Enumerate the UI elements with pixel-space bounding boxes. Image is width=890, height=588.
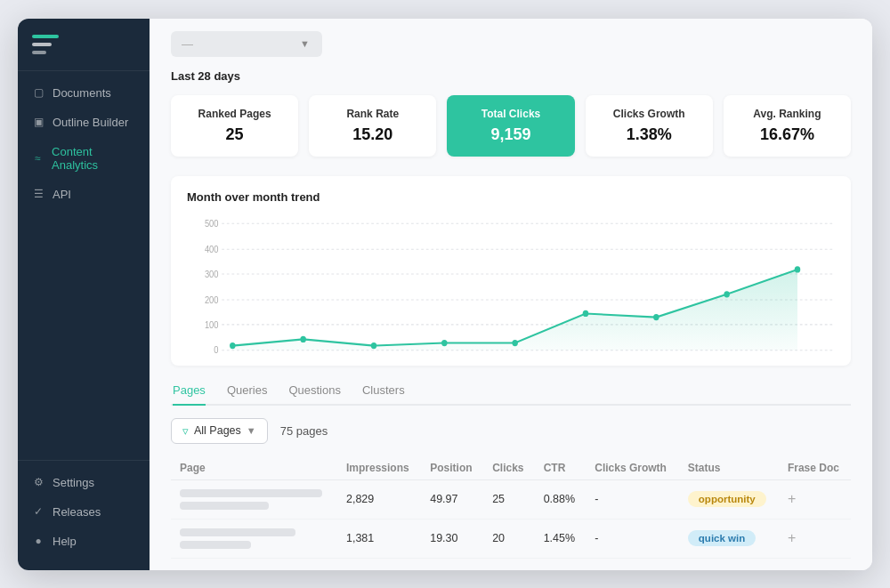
data-table: Page Impressions Position Clicks CTR Cli… [171,456,851,559]
chart-dot [300,335,306,342]
ranked-pages-value: 25 [187,125,282,144]
stat-card-clicks-growth: Clicks Growth 1.38% [586,95,713,157]
ranked-pages-label: Ranked Pages [187,108,282,120]
url-bar-1 [180,489,322,497]
workspace-dropdown[interactable]: — ▼ [171,31,322,57]
releases-icon: ✓ [32,505,44,518]
tab-clusters[interactable]: Clusters [362,383,405,406]
rank-rate-label: Rank Rate [325,108,420,120]
sidebar-item-api[interactable]: ☰ API [18,180,150,209]
content-area: Last 28 days Ranked Pages 25 Rank Rate 1… [150,66,872,570]
clicks-growth-value: 1.38% [602,125,697,144]
outline-icon: ▣ [32,116,44,128]
all-pages-filter[interactable]: ▿ All Pages ▼ [171,418,268,444]
page-url-placeholder [180,528,328,549]
add-frase-doc-button-0[interactable]: + [788,491,796,507]
chart-dot [371,342,377,349]
sidebar-nav: ▢ Documents ▣ Outline Builder ≈ Content … [18,71,150,460]
api-icon: ☰ [32,188,44,200]
help-icon: ● [32,535,44,547]
col-position: Position [421,456,483,480]
add-frase-doc-button-1[interactable]: + [788,530,796,546]
status-cell: quick win [679,519,779,558]
chart-dot [583,310,589,316]
pages-count: 75 pages [280,424,328,438]
period-label: Last 28 days [171,69,851,83]
col-clicks-growth: Clicks Growth [586,456,679,480]
table-header-row: Page Impressions Position Clicks CTR Cli… [171,456,851,480]
svg-rect-0 [32,35,59,38]
total-clicks-value: 9,159 [463,125,558,144]
svg-text:100: 100 [205,319,219,330]
col-impressions: Impressions [337,456,421,480]
url-bar-1 [180,528,295,536]
chart-dot [441,339,448,345]
svg-text:09/20: 09/20 [293,355,314,356]
sidebar-item-help[interactable]: ● Help [18,527,150,556]
position-cell: 19.30 [421,519,483,558]
avg-ranking-label: Avg. Ranking [740,108,835,120]
clicks-growth-cell: - [586,519,679,558]
chart-title: Month over month trend [187,190,835,204]
svg-text:300: 300 [205,269,219,279]
workspace-dropdown-label: — [182,37,295,51]
position-cell: 49.97 [421,479,483,519]
tabs-bar: Pages Queries Questions Clusters [171,383,851,406]
settings-icon: ⚙ [32,476,44,488]
tab-pages[interactable]: Pages [173,383,206,406]
avg-ranking-value: 16.67% [740,125,835,144]
svg-text:400: 400 [205,244,219,254]
col-ctr: CTR [535,456,587,480]
col-clicks: Clicks [483,456,535,480]
sidebar: ▢ Documents ▣ Outline Builder ≈ Content … [18,19,150,570]
col-frase-doc: Frase Doc [779,456,851,480]
tab-questions[interactable]: Questions [288,383,341,406]
frase-doc-cell: + [779,479,851,519]
page-url-placeholder [180,489,328,510]
chart-container: 500 400 300 200 100 0 [187,214,835,357]
page-cell [171,519,337,558]
sidebar-item-settings[interactable]: ⚙ Settings [18,468,150,497]
impressions-cell: 1,381 [337,519,421,558]
clicks-growth-label: Clicks Growth [602,108,697,120]
main-content: — ▼ Last 28 days Ranked Pages 25 Rank Ra… [150,19,872,570]
doc-icon: ▢ [32,86,44,99]
clicks-cell: 25 [483,479,535,519]
svg-text:200: 200 [205,294,219,305]
tab-queries[interactable]: Queries [227,383,268,406]
filter-label: All Pages [194,424,241,437]
top-bar: — ▼ [150,19,872,66]
chart-area [232,269,797,350]
chart-dot [795,266,801,272]
clicks-cell: 20 [483,519,535,558]
col-page: Page [171,456,337,480]
sidebar-item-documents[interactable]: ▢ Documents [18,78,150,108]
filter-bar: ▿ All Pages ▼ 75 pages [171,418,851,444]
sidebar-item-outline-builder[interactable]: ▣ Outline Builder [18,108,150,137]
chart-dot [653,314,659,320]
table-row: 1,381 19.30 20 1.45% - quick win + [171,519,851,558]
chart-dot [724,291,730,297]
impressions-cell: 2,829 [337,479,421,519]
svg-text:10/20: 10/20 [363,355,384,356]
svg-rect-1 [32,43,52,46]
sidebar-item-releases[interactable]: ✓ Releases [18,497,150,527]
trend-chart: 500 400 300 200 100 0 [187,214,835,357]
chevron-filter-icon: ▼ [247,425,256,436]
chart-dot [230,342,236,349]
sidebar-footer: ⚙ Settings ✓ Releases ● Help [18,460,150,570]
frase-doc-cell: + [779,519,851,558]
ctr-cell: 0.88% [535,479,587,519]
table-row: 2,829 49.97 25 0.88% - opportunity + [171,479,851,519]
svg-text:08/20: 08/20 [222,355,244,356]
stat-card-avg-ranking: Avg. Ranking 16.67% [724,95,851,157]
stat-card-rank-rate: Rank Rate 15.20 [309,95,436,157]
status-badge-opportunity: opportunity [688,491,766,507]
filter-icon: ▿ [182,424,189,438]
stat-cards: Ranked Pages 25 Rank Rate 15.20 Total Cl… [171,95,851,157]
clicks-growth-cell: - [586,479,679,519]
sidebar-item-content-analytics[interactable]: ≈ Content Analytics [18,137,150,180]
url-bar-2 [180,541,251,549]
status-badge-quickwin: quick win [688,530,756,546]
svg-text:12/20: 12/20 [505,355,526,356]
